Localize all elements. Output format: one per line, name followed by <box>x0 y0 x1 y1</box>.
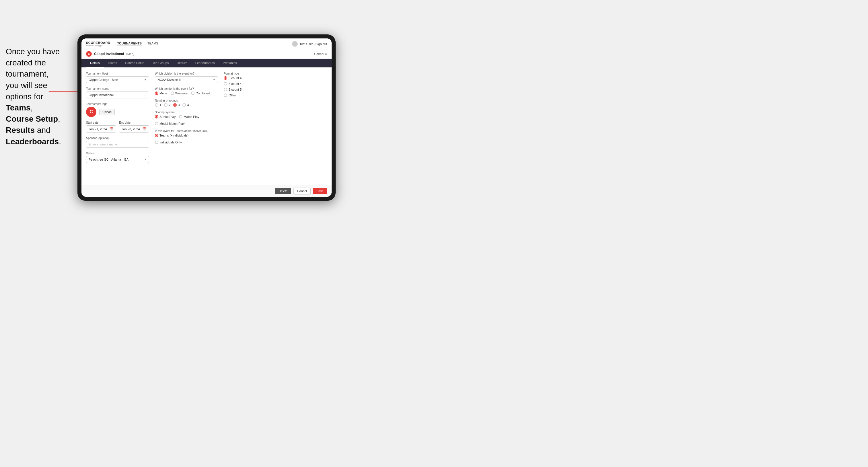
scoring-group: Scoring system Stroke Play Match Play <box>155 111 218 125</box>
instruction-text: Once you have created the tournament, yo… <box>0 46 66 147</box>
tournament-host-label: Tournament Host <box>86 72 149 75</box>
tournament-type: (Men) <box>126 52 134 56</box>
radio-combined-circle <box>191 92 194 95</box>
tab-printables[interactable]: Printables <box>219 59 241 67</box>
gender-mens[interactable]: Mens <box>155 92 167 95</box>
rounds-group: Number of rounds 1 2 3 <box>155 99 218 107</box>
individuals-only[interactable]: Individuals Only <box>155 141 182 144</box>
gender-womens[interactable]: Womens <box>171 92 188 95</box>
start-date-group: Start date Jan 21, 2024 📅 <box>86 121 116 132</box>
logo-icon: C <box>86 107 96 117</box>
nav-teams[interactable]: TEAMS <box>148 41 158 46</box>
radio-mens-circle <box>155 92 158 95</box>
format-6count5[interactable]: 6 count 5 <box>224 88 270 91</box>
radio-individuals-circle <box>155 141 158 144</box>
tab-results[interactable]: Results <box>173 59 191 67</box>
radio-round2-circle <box>164 103 167 107</box>
sponsor-group: Sponsor (optional) Enter sponsor name <box>86 136 149 148</box>
user-sign-out[interactable]: Test User | Sign out <box>300 42 327 45</box>
radio-round4-circle <box>182 103 186 107</box>
tournament-logo-label: Tournament logo <box>86 102 149 105</box>
user-area: Test User | Sign out <box>292 41 327 47</box>
left-column: Tournament Host Clippd College - Men ▼ T… <box>86 72 149 181</box>
tournament-name: Clippd Invitational <box>94 52 124 56</box>
upload-button[interactable]: Upload <box>99 109 115 115</box>
format-5count4[interactable]: 5 count 4 <box>224 76 270 80</box>
tournament-name-group: Tournament name Clippd Invitational <box>86 87 149 98</box>
nav-tournaments[interactable]: TOURNAMENTS <box>117 41 142 46</box>
breadcrumb-content: C Clippd Invitational (Men) <box>86 51 134 57</box>
scoring-match-play[interactable]: Match Play <box>179 115 199 119</box>
radio-stroke-circle <box>155 115 158 119</box>
radio-teams-circle <box>155 134 158 137</box>
chevron-down-icon: ▼ <box>144 78 147 81</box>
tab-tee-groups[interactable]: Tee Groups <box>148 59 173 67</box>
round-1[interactable]: 1 <box>155 103 161 107</box>
round-4[interactable]: 4 <box>182 103 189 107</box>
radio-round1-circle <box>155 103 158 107</box>
division-label: Which division is the event for? <box>155 72 218 75</box>
logo-area: SCOREBOARD Powered by clippd TOURNAMENTS… <box>86 41 158 46</box>
format-other[interactable]: Other <box>224 94 270 97</box>
bottom-action-bar: Delete Cancel Save <box>82 185 332 197</box>
tournament-logo-group: Tournament logo C Upload <box>86 102 149 117</box>
end-date-group: End date Jan 23, 2024 📅 <box>119 121 149 132</box>
venue-group: Venue Peachtree GC - Atlanta - GA ▼ <box>86 152 149 163</box>
team-individual-label: Is this event for Teams and/or Individua… <box>155 129 218 132</box>
format-6count4[interactable]: 6 count 4 <box>224 82 270 86</box>
cancel-x-button[interactable]: Cancel X <box>314 52 327 56</box>
gender-group: Which gender is the event for? Mens Wome… <box>155 87 218 95</box>
chevron-down-icon-venue: ▼ <box>144 158 147 161</box>
tab-leaderboards[interactable]: Leaderboards <box>191 59 219 67</box>
nav-links: TOURNAMENTS TEAMS <box>117 41 158 46</box>
date-row: Start date Jan 21, 2024 📅 End date Jan 2… <box>86 121 149 136</box>
scoring-stroke-play[interactable]: Stroke Play <box>155 115 176 119</box>
sponsor-label: Sponsor (optional) <box>86 136 149 140</box>
logo-text: SCOREBOARD <box>86 41 110 44</box>
venue-select[interactable]: Peachtree GC - Atlanta - GA ▼ <box>86 156 149 163</box>
main-content: Tournament Host Clippd College - Men ▼ T… <box>82 67 332 185</box>
teams-plus-individuals[interactable]: Teams (+Individuals) <box>155 134 188 137</box>
scoring-label: Scoring system <box>155 111 218 114</box>
chevron-down-icon-division: ▼ <box>213 78 215 81</box>
tournament-host-select[interactable]: Clippd College - Men ▼ <box>86 76 149 83</box>
start-date-input[interactable]: Jan 21, 2024 📅 <box>86 125 116 132</box>
tablet-device: SCOREBOARD Powered by clippd TOURNAMENTS… <box>78 34 336 201</box>
save-button[interactable]: Save <box>313 188 327 194</box>
tournament-name-input[interactable]: Clippd Invitational <box>86 92 149 98</box>
division-group: Which division is the event for? NCAA Di… <box>155 72 218 83</box>
team-individual-radio-group: Teams (+Individuals) Individuals Only <box>155 134 218 144</box>
tournament-icon: C <box>86 51 92 57</box>
tablet-screen: SCOREBOARD Powered by clippd TOURNAMENTS… <box>82 38 332 197</box>
radio-medal-circle <box>155 122 158 125</box>
delete-button[interactable]: Delete <box>275 188 291 194</box>
right-column: Format type 5 count 4 6 count 4 6 count … <box>224 72 270 181</box>
radio-6count4-circle <box>224 82 227 86</box>
calendar-icon: 📅 <box>110 127 114 131</box>
middle-column: Which division is the event for? NCAA Di… <box>155 72 218 181</box>
cancel-button[interactable]: Cancel <box>293 188 311 194</box>
radio-5count4-circle <box>224 76 227 80</box>
top-nav: SCOREBOARD Powered by clippd TOURNAMENTS… <box>82 38 332 49</box>
tab-course-setup[interactable]: Course Setup <box>121 59 148 67</box>
user-avatar <box>292 41 298 47</box>
division-select[interactable]: NCAA Division III ▼ <box>155 76 218 83</box>
rounds-label: Number of rounds <box>155 99 218 102</box>
sponsor-input[interactable]: Enter sponsor name <box>86 141 149 148</box>
radio-6count5-circle <box>224 88 227 91</box>
end-date-input[interactable]: Jan 23, 2024 📅 <box>119 125 149 132</box>
format-type-label: Format type <box>224 72 270 75</box>
radio-other-circle <box>224 94 227 97</box>
tab-bar: Details Teams Course Setup Tee Groups Re… <box>82 59 332 67</box>
end-date-label: End date <box>119 121 149 124</box>
logo-upload-area: C Upload <box>86 107 149 117</box>
tab-details[interactable]: Details <box>86 59 104 67</box>
scoring-medal-match-play[interactable]: Medal Match Play <box>155 122 184 125</box>
tab-teams[interactable]: Teams <box>104 59 121 67</box>
round-2[interactable]: 2 <box>164 103 170 107</box>
calendar-icon-end: 📅 <box>143 127 147 131</box>
gender-combined[interactable]: Combined <box>191 92 210 95</box>
tournament-host-group: Tournament Host Clippd College - Men ▼ <box>86 72 149 83</box>
gender-radio-group: Mens Womens Combined <box>155 92 218 95</box>
round-3[interactable]: 3 <box>173 103 180 107</box>
